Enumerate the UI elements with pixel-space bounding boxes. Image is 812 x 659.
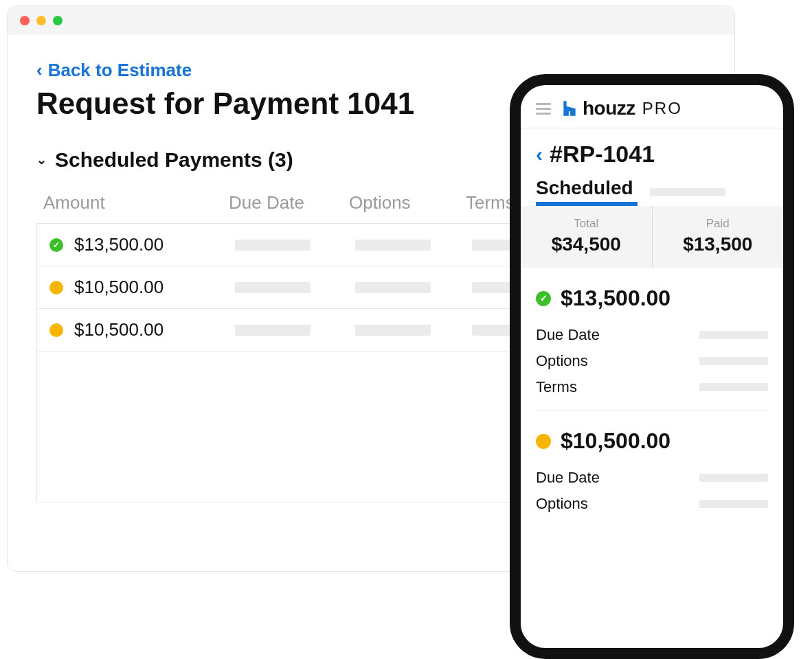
placeholder xyxy=(699,331,768,339)
chevron-down-icon: ⌄ xyxy=(36,152,47,167)
window-minimize-dot[interactable] xyxy=(36,16,46,25)
placeholder xyxy=(699,383,768,391)
houzz-logo-icon xyxy=(561,100,578,117)
row-amount: $10,500.00 xyxy=(74,319,235,340)
back-label: Back to Estimate xyxy=(48,60,192,81)
phone-mock: houzz PRO ‹ #RP-1041 Scheduled Total $34… xyxy=(510,74,794,659)
col-due: Due Date xyxy=(229,192,349,213)
placeholder xyxy=(355,325,431,336)
card-field-due: Due Date xyxy=(536,326,768,344)
field-label: Due Date xyxy=(536,326,600,344)
placeholder xyxy=(699,474,768,482)
window-zoom-dot[interactable] xyxy=(53,16,63,25)
window-titlebar xyxy=(8,6,734,35)
mobile-header: houzz PRO xyxy=(521,85,783,128)
mobile-payments-list: $13,500.00 Due Date Options Terms xyxy=(521,268,783,527)
summary-total: Total $34,500 xyxy=(521,206,652,268)
col-options: Options xyxy=(349,192,466,213)
card-field-options: Options xyxy=(536,352,768,370)
brand: houzz PRO xyxy=(561,97,682,119)
mobile-tabs: Scheduled xyxy=(521,177,783,206)
field-label: Options xyxy=(536,352,588,370)
hamburger-menu-icon[interactable] xyxy=(536,103,551,115)
status-paid-icon xyxy=(536,291,551,306)
col-amount: Amount xyxy=(43,192,229,213)
field-label: Terms xyxy=(536,378,577,396)
status-paid-icon xyxy=(49,238,63,252)
tab-scheduled[interactable]: Scheduled xyxy=(536,177,633,206)
mobile-back-icon[interactable]: ‹ xyxy=(536,143,543,166)
card-field-due: Due Date xyxy=(536,469,768,487)
tab-placeholder[interactable] xyxy=(650,188,725,196)
mobile-title: #RP-1041 xyxy=(550,141,655,167)
summary-paid: Paid $13,500 xyxy=(652,206,784,268)
card-field-terms: Terms xyxy=(536,378,768,396)
status-pending-icon xyxy=(49,281,63,294)
placeholder xyxy=(355,240,431,251)
status-pending-icon xyxy=(536,434,551,449)
field-label: Due Date xyxy=(536,469,600,487)
card-amount: $13,500.00 xyxy=(561,286,670,311)
window-close-dot[interactable] xyxy=(20,16,30,25)
summary-total-value: $34,500 xyxy=(521,233,652,255)
status-pending-icon xyxy=(49,323,63,337)
brand-suffix: PRO xyxy=(642,99,682,118)
placeholder xyxy=(699,357,768,365)
mobile-payment-card[interactable]: $10,500.00 Due Date Options xyxy=(536,411,768,527)
placeholder xyxy=(235,282,311,293)
placeholder xyxy=(355,282,431,293)
section-title: Scheduled Payments (3) xyxy=(55,148,293,172)
row-amount: $13,500.00 xyxy=(74,234,235,255)
summary-paid-value: $13,500 xyxy=(653,233,784,255)
card-field-options: Options xyxy=(536,495,768,513)
row-amount: $10,500.00 xyxy=(74,277,235,298)
summary-total-label: Total xyxy=(521,217,652,231)
placeholder xyxy=(699,500,768,508)
chevron-left-icon: ‹ xyxy=(36,60,43,81)
mobile-summary: Total $34,500 Paid $13,500 xyxy=(521,206,783,268)
placeholder xyxy=(235,325,311,336)
mobile-title-bar: ‹ #RP-1041 xyxy=(521,128,783,167)
mobile-payment-card[interactable]: $13,500.00 Due Date Options Terms xyxy=(536,268,768,411)
card-amount: $10,500.00 xyxy=(561,428,670,454)
brand-name: houzz xyxy=(583,97,635,119)
field-label: Options xyxy=(536,495,588,513)
placeholder xyxy=(235,240,311,251)
summary-paid-label: Paid xyxy=(653,217,784,231)
